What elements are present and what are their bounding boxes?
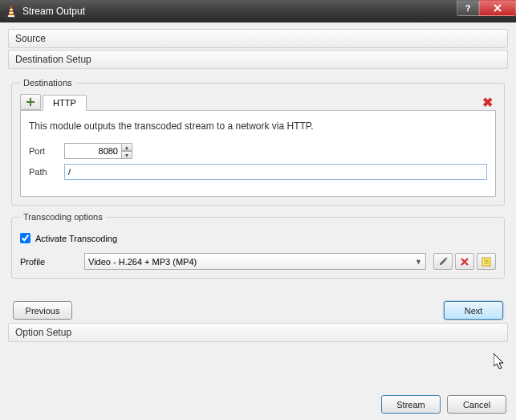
edit-profile-button[interactable] [433,253,453,270]
vlc-icon [5,5,18,18]
activate-transcoding-checkbox[interactable] [20,233,30,243]
port-input[interactable] [64,143,122,159]
titlebar: Stream Output ? [0,0,516,22]
activate-transcoding-label: Activate Transcoding [35,234,117,243]
destinations-legend: Destinations [20,78,75,88]
tab-http-label: HTTP [53,98,76,108]
tab-http-body: This module outputs the transcoded strea… [20,110,496,197]
path-label: Path [29,167,64,177]
profile-select[interactable]: Video - H.264 + MP3 (MP4) ▼ [84,253,426,270]
window-title: Stream Output [22,6,457,17]
svg-rect-5 [26,101,35,103]
svg-rect-2 [10,9,13,10]
delete-profile-button[interactable] [455,253,474,270]
port-label: Port [29,146,64,156]
stream-button[interactable]: Stream [381,395,441,414]
previous-button[interactable]: Previous [13,301,72,320]
profile-value: Video - H.264 + MP3 (MP4) [88,257,197,267]
port-step-up[interactable]: ▲ [121,143,132,151]
svg-marker-0 [9,6,14,15]
add-destination-tab[interactable] [20,94,41,110]
svg-rect-1 [8,15,14,17]
window-controls: ? [457,0,516,22]
svg-rect-3 [10,12,14,14]
cancel-button[interactable]: Cancel [447,395,506,414]
port-step-down[interactable]: ▼ [121,151,132,159]
help-button[interactable]: ? [457,0,479,16]
path-input[interactable] [64,164,487,180]
section-option-setup[interactable]: Option Setup [8,323,508,342]
http-description: This module outputs the transcoded strea… [29,120,487,132]
profile-label: Profile [20,257,84,267]
destinations-group: Destinations HTTP ✖ This module outputs … [11,78,505,206]
tab-http[interactable]: HTTP [43,95,87,111]
close-button[interactable] [479,0,516,16]
chevron-down-icon: ▼ [415,258,422,266]
section-destination-setup[interactable]: Destination Setup [8,50,508,69]
transcoding-legend: Transcoding options [20,212,106,222]
section-source[interactable]: Source [8,29,508,48]
transcoding-group: Transcoding options Activate Transcoding… [11,212,505,279]
next-button[interactable]: Next [444,301,503,320]
delete-destination-icon[interactable]: ✖ [482,95,496,110]
new-profile-button[interactable] [477,253,496,270]
svg-rect-6 [445,257,448,259]
